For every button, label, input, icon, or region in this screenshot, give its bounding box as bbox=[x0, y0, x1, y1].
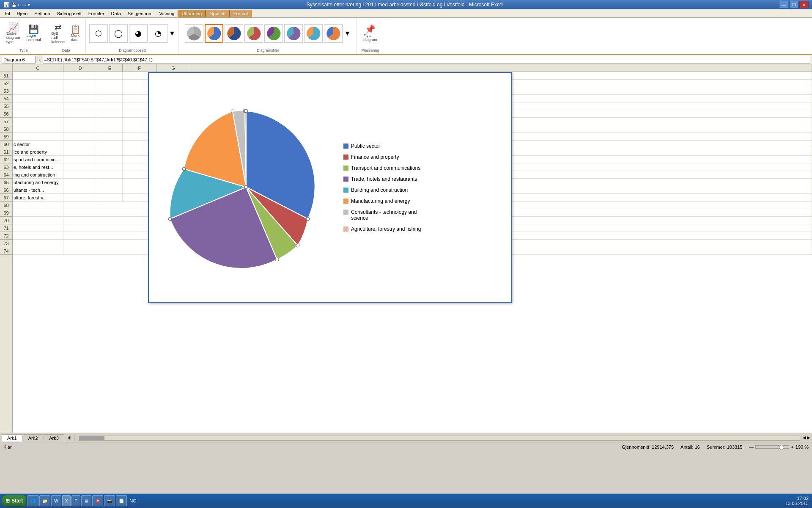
cell-c67[interactable]: ulture, forestry... bbox=[13, 194, 63, 201]
scroll-left[interactable]: ◀ bbox=[803, 435, 806, 440]
zoom-thumb[interactable] bbox=[779, 445, 784, 450]
chart-style-3[interactable] bbox=[225, 24, 243, 43]
scrollbar-thumb[interactable] bbox=[79, 436, 104, 440]
cell-c52[interactable] bbox=[13, 80, 63, 87]
horizontal-scrollbar[interactable] bbox=[79, 436, 800, 441]
taskbar-ie[interactable]: 🌐 bbox=[27, 495, 38, 506]
cell-e54[interactable] bbox=[97, 95, 123, 102]
cell-e64[interactable] bbox=[97, 171, 123, 178]
cell-d64[interactable] bbox=[63, 171, 97, 178]
cell-c58[interactable] bbox=[13, 125, 63, 133]
col-header-c[interactable]: C bbox=[13, 64, 63, 72]
tab-ark3[interactable]: Ark3 bbox=[44, 434, 64, 442]
cell-d57[interactable] bbox=[63, 118, 97, 125]
cell-e58[interactable] bbox=[97, 125, 123, 133]
cell-c70[interactable] bbox=[13, 217, 63, 224]
cell-c68[interactable] bbox=[13, 202, 63, 209]
name-box[interactable]: Diagram 6 bbox=[2, 56, 36, 64]
menu-visning[interactable]: Visning bbox=[156, 10, 178, 17]
change-chart-type-button[interactable]: 📈 Endrediagram-type bbox=[4, 22, 24, 45]
save-as-template-button[interactable]: 💾 Lagresom mal bbox=[25, 24, 43, 43]
menu-formler[interactable]: Formler bbox=[85, 10, 108, 17]
minimize-button[interactable]: — bbox=[779, 1, 788, 8]
cell-d53[interactable] bbox=[63, 87, 97, 94]
cell-c54[interactable] bbox=[13, 95, 63, 102]
cell-d60[interactable] bbox=[63, 141, 97, 148]
cell-c74[interactable] bbox=[13, 247, 63, 254]
menu-se-gjennom[interactable]: Se gjennom bbox=[124, 10, 156, 17]
chart-style-1[interactable] bbox=[185, 24, 203, 43]
cell-c57[interactable] bbox=[13, 118, 63, 125]
menu-sideoppsett[interactable]: Sideoppsett bbox=[54, 10, 85, 17]
cell-e65[interactable] bbox=[97, 179, 123, 186]
cell-e66[interactable] bbox=[97, 186, 123, 193]
menu-sett-inn[interactable]: Sett inn bbox=[31, 10, 53, 17]
col-header-f[interactable]: F bbox=[123, 64, 156, 72]
col-header-d[interactable]: D bbox=[63, 64, 97, 72]
col-header-e[interactable]: E bbox=[97, 64, 123, 72]
taskbar-word[interactable]: W bbox=[51, 495, 61, 506]
styles-scroll-down[interactable]: ▼ bbox=[344, 30, 351, 37]
cell-c59[interactable] bbox=[13, 133, 63, 140]
chart-style-2-selected[interactable] bbox=[205, 24, 223, 43]
cell-c64[interactable]: ing and construction bbox=[13, 171, 63, 178]
cell-c72[interactable] bbox=[13, 232, 63, 239]
layout-scroll-down[interactable]: ▼ bbox=[169, 30, 176, 37]
layout-4[interactable]: ◔ bbox=[149, 24, 167, 43]
cell-c62[interactable]: sport and communic... bbox=[13, 156, 63, 163]
cell-c53[interactable] bbox=[13, 87, 63, 94]
cell-d52[interactable] bbox=[63, 80, 97, 87]
taskbar-app5[interactable]: 🖥 bbox=[81, 495, 91, 506]
close-button[interactable]: ✕ bbox=[799, 1, 809, 8]
zoom-in-button[interactable]: + bbox=[791, 444, 793, 450]
select-data-button[interactable]: 📋 Merkdata bbox=[68, 24, 83, 43]
tab-ark2[interactable]: Ark2 bbox=[23, 434, 44, 442]
cell-e55[interactable] bbox=[97, 102, 123, 110]
cell-c69[interactable] bbox=[13, 209, 63, 216]
cell-e63[interactable] bbox=[97, 163, 123, 171]
cell-e61[interactable] bbox=[97, 148, 123, 155]
cell-e62[interactable] bbox=[97, 156, 123, 163]
cell-c65[interactable]: ufacturing and energy bbox=[13, 179, 63, 186]
taskbar-excel[interactable]: X bbox=[62, 495, 71, 506]
move-chart-button[interactable]: 📌 Flyttdiagram bbox=[361, 24, 379, 43]
cell-c55[interactable] bbox=[13, 102, 63, 110]
formula-content[interactable]: =SERIE(;'Ark1'!$F$40:$F$47;'Ark1'!$G$40:… bbox=[43, 56, 810, 64]
cell-c60[interactable]: c sector bbox=[13, 141, 63, 148]
cell-d58[interactable] bbox=[63, 125, 97, 133]
cell-d61[interactable] bbox=[63, 148, 97, 155]
cell-d63[interactable] bbox=[63, 163, 97, 171]
start-button[interactable]: ⊞ Start bbox=[2, 495, 27, 507]
menu-format[interactable]: Format bbox=[230, 10, 252, 17]
chart-style-6[interactable] bbox=[284, 24, 303, 43]
zoom-slider[interactable] bbox=[755, 445, 789, 449]
chart-style-7[interactable] bbox=[304, 24, 323, 43]
taskbar-app6[interactable]: 📮 bbox=[92, 495, 103, 506]
taskbar-ppt[interactable]: P bbox=[71, 495, 80, 506]
chart-style-5[interactable] bbox=[264, 24, 283, 43]
layout-2[interactable]: ◯ bbox=[109, 24, 128, 43]
scroll-right[interactable]: ▶ bbox=[807, 435, 810, 440]
taskbar-explorer[interactable]: 📁 bbox=[39, 495, 50, 506]
chart-style-4[interactable] bbox=[244, 24, 263, 43]
switch-row-col-button[interactable]: ⇄ Byttrad/kolonne bbox=[49, 22, 67, 45]
cell-d55[interactable] bbox=[63, 102, 97, 110]
cell-d65[interactable] bbox=[63, 179, 97, 186]
menu-fil[interactable]: Fil bbox=[2, 10, 14, 17]
cell-c71[interactable] bbox=[13, 224, 63, 232]
cell-c73[interactable] bbox=[13, 240, 63, 247]
cell-e53[interactable] bbox=[97, 87, 123, 94]
layout-1[interactable]: ⬡ bbox=[89, 24, 108, 43]
cell-d67[interactable] bbox=[63, 194, 97, 201]
cell-e52[interactable] bbox=[97, 80, 123, 87]
menu-data[interactable]: Data bbox=[108, 10, 124, 17]
col-header-g[interactable]: G bbox=[156, 64, 190, 72]
tab-ark1[interactable]: Ark1 bbox=[2, 434, 22, 442]
menu-hjem[interactable]: Hjem bbox=[14, 10, 31, 17]
cell-e60[interactable] bbox=[97, 141, 123, 148]
cell-e67[interactable] bbox=[97, 194, 123, 201]
menu-utforming[interactable]: Utforming bbox=[178, 10, 206, 17]
zoom-out-button[interactable]: — bbox=[749, 444, 754, 450]
cell-c61[interactable]: ice and property bbox=[13, 148, 63, 155]
chart-container[interactable]: Public sector Finance and property Trans… bbox=[148, 72, 512, 303]
